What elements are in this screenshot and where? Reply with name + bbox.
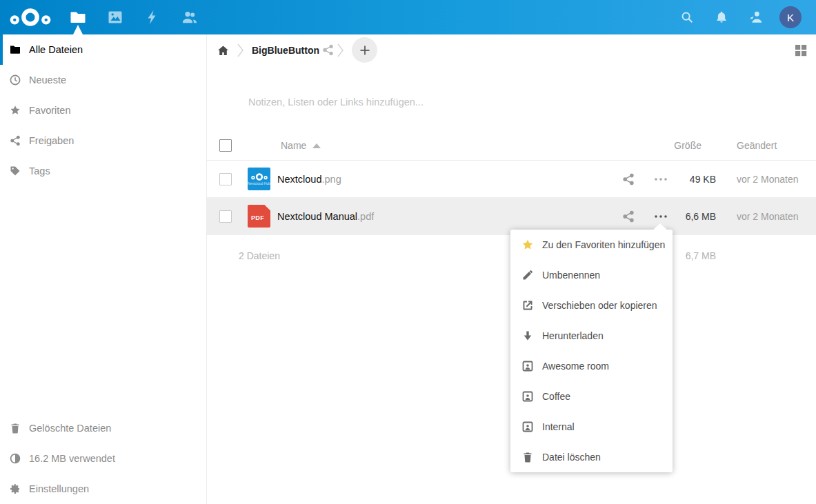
sidebar-item-label: Tags	[29, 165, 50, 177]
menu-item-label: Datei löschen	[542, 452, 601, 463]
folder-icon	[10, 44, 21, 55]
sidebar-item-label: Gelöschte Dateien	[29, 423, 111, 434]
table-header-row: Name Größe Geändert	[207, 131, 816, 161]
star-icon	[522, 239, 533, 250]
download-icon	[522, 330, 533, 341]
sidebar-item-label: Favoriten	[29, 105, 70, 116]
gear-icon	[10, 483, 21, 494]
menu-item-label: Verschieben oder kopieren	[542, 300, 657, 311]
clock-icon	[10, 74, 21, 85]
pdf-label: PDF	[251, 214, 264, 221]
column-header-size[interactable]: Größe	[648, 140, 701, 151]
file-actions-popover: Zu den Favoriten hinzufügen Umbenennen V…	[510, 230, 673, 472]
sidebar-item-recent[interactable]: Neueste	[0, 65, 206, 95]
nextcloud-logo[interactable]	[10, 6, 51, 28]
move-copy-icon	[522, 300, 533, 311]
file-count: 2 Dateien	[239, 250, 280, 261]
files-app-icon[interactable]	[70, 9, 86, 26]
sidebar-item-label: Freigaben	[29, 135, 74, 146]
sidebar-footer: Gelöschte Dateien 16.2 MB verwendet Eins…	[0, 413, 206, 504]
file-thumbnail-image[interactable]: Nextcloud Hub	[248, 168, 270, 190]
menu-item-label: Zu den Favoriten hinzufügen	[542, 239, 665, 250]
menu-item-room-coffee[interactable]: Coffee	[510, 381, 673, 412]
home-icon[interactable]	[217, 45, 229, 57]
chevron-right-icon	[335, 43, 345, 58]
chevron-right-icon	[235, 43, 245, 58]
sidebar-item-label: Alle Dateien	[29, 44, 83, 55]
menu-item-label: Internal	[542, 421, 575, 432]
menu-item-add-to-favorites[interactable]: Zu den Favoriten hinzufügen	[510, 230, 673, 260]
row-share-icon[interactable]	[622, 210, 635, 223]
room-icon	[522, 391, 533, 402]
menu-item-label: Umbenennen	[542, 270, 600, 281]
menu-item-room-awesome[interactable]: Awesome room	[510, 351, 673, 381]
menu-item-move-or-copy[interactable]: Verschieben oder kopieren	[510, 290, 673, 321]
menu-item-label: Coffee	[542, 391, 570, 402]
breadcrumb-folder[interactable]: BigBlueButton	[252, 45, 319, 56]
sort-ascending-icon[interactable]	[312, 143, 321, 148]
sidebar-item-settings[interactable]: Einstellungen	[0, 474, 206, 504]
sidebar: Alle Dateien Neueste Favoriten Freigaben…	[0, 34, 207, 504]
breadcrumb: BigBlueButton	[207, 34, 816, 66]
file-modified: vor 2 Monaten	[737, 211, 799, 222]
file-size: 49 KB	[648, 174, 716, 185]
trash-icon	[522, 452, 533, 463]
sidebar-item-favorites[interactable]: Favoriten	[0, 95, 206, 125]
sidebar-item-label: Einstellungen	[29, 483, 89, 494]
file-thumbnail-pdf[interactable]: PDF	[248, 205, 270, 228]
user-avatar[interactable]: K	[779, 6, 802, 28]
row-share-icon[interactable]	[622, 173, 635, 185]
file-name[interactable]: Nextcloud Manual.pdf	[277, 211, 374, 222]
sidebar-item-all-files[interactable]: Alle Dateien	[0, 34, 206, 65]
active-app-notch	[73, 25, 83, 34]
grid-view-toggle-icon[interactable]	[793, 43, 808, 58]
activity-app-icon[interactable]	[144, 9, 161, 26]
room-icon	[522, 361, 533, 372]
menu-item-download[interactable]: Herunterladen	[510, 321, 673, 351]
contacts-menu-icon[interactable]	[748, 10, 764, 25]
file-name[interactable]: Nextcloud.png	[277, 174, 341, 185]
photos-app-icon[interactable]	[107, 9, 123, 26]
column-header-name[interactable]: Name	[281, 140, 306, 151]
table-row[interactable]: Nextcloud Hub Nextcloud.png 49 KB vor 2 …	[207, 161, 816, 198]
notes-placeholder-input[interactable]: Notizen, Listen oder Links hinzufügen...	[248, 97, 662, 108]
pencil-icon	[522, 270, 533, 281]
sidebar-item-quota[interactable]: 16.2 MB verwendet	[0, 443, 206, 474]
column-header-modified[interactable]: Geändert	[737, 140, 777, 151]
tag-icon	[10, 165, 21, 177]
new-file-button[interactable]	[352, 37, 377, 63]
contacts-app-icon[interactable]	[181, 9, 198, 26]
quota-pie-icon	[10, 453, 21, 464]
row-checkbox[interactable]	[219, 173, 232, 185]
share-icon	[10, 135, 21, 146]
sidebar-item-tags[interactable]: Tags	[0, 156, 206, 186]
sidebar-item-label: 16.2 MB verwendet	[29, 453, 115, 464]
room-icon	[522, 421, 533, 432]
top-bar: K	[0, 0, 816, 34]
trash-icon	[10, 423, 21, 434]
menu-item-delete-file[interactable]: Datei löschen	[510, 442, 673, 472]
menu-item-label: Herunterladen	[542, 330, 604, 341]
sidebar-item-deleted-files[interactable]: Gelöschte Dateien	[0, 413, 206, 443]
notifications-bell-icon[interactable]	[714, 10, 729, 25]
menu-item-label: Awesome room	[542, 361, 609, 372]
select-all-checkbox[interactable]	[219, 139, 232, 152]
row-checkbox[interactable]	[219, 210, 232, 223]
star-icon	[10, 105, 21, 116]
sidebar-item-label: Neueste	[29, 74, 66, 85]
file-size: 6,6 MB	[648, 211, 716, 222]
file-modified: vor 2 Monaten	[737, 174, 799, 185]
breadcrumb-share-icon[interactable]	[322, 44, 334, 56]
sidebar-item-shares[interactable]: Freigaben	[0, 125, 206, 156]
menu-item-room-internal[interactable]: Internal	[510, 412, 673, 442]
menu-item-rename[interactable]: Umbenennen	[510, 260, 673, 290]
thumbnail-caption: Nextcloud Hub	[248, 182, 270, 185]
search-icon[interactable]	[679, 10, 695, 25]
